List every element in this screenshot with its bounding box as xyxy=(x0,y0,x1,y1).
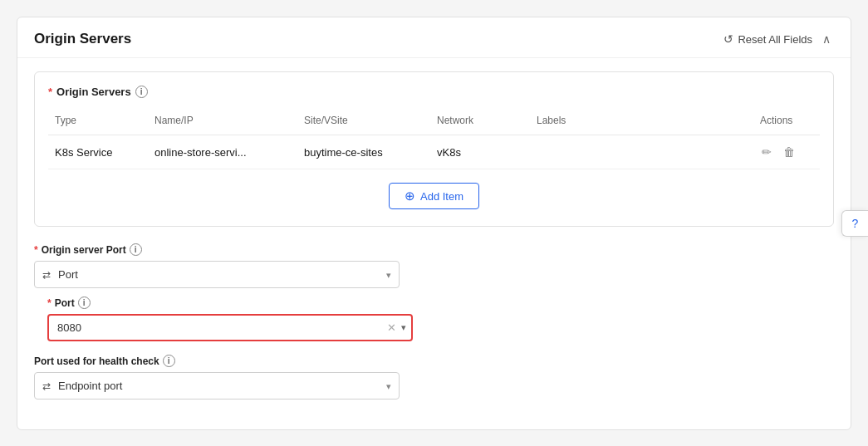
main-container: Origin Servers ↺ Reset All Fields ∧ * Or… xyxy=(17,17,851,430)
edit-button[interactable]: ✏ xyxy=(760,144,773,160)
col-header-labels: Labels xyxy=(530,110,753,135)
origin-port-title: Origin server Port xyxy=(42,244,126,256)
health-check-select-icon: ⇄ xyxy=(42,380,51,392)
origin-servers-title: Origin Servers xyxy=(56,86,131,98)
port-select-icon: ⇄ xyxy=(42,269,51,281)
cell-network: vK8s xyxy=(430,135,530,169)
table-row: K8s Service online-store-servi... buytim… xyxy=(48,135,820,169)
health-check-group: Port used for health check i ⇄ Endpoint … xyxy=(34,355,834,399)
port-clear-button[interactable]: ✕ xyxy=(387,321,396,334)
cell-actions: ✏ 🗑 xyxy=(753,135,820,169)
origin-port-info-icon[interactable]: i xyxy=(130,243,142,256)
port-info-icon[interactable]: i xyxy=(78,297,91,309)
add-item-label: Add Item xyxy=(420,190,463,203)
info-icon[interactable]: i xyxy=(135,86,148,98)
table-header-row: Type Name/IP Site/VSite Network Labels A… xyxy=(48,110,820,135)
origin-port-select-wrapper: ⇄ Port ▾ xyxy=(34,261,400,288)
help-icon: ? xyxy=(852,217,859,230)
col-header-site: Site/VSite xyxy=(297,110,430,135)
port-dropdown-button[interactable]: ▾ xyxy=(401,322,406,333)
required-star-port: * xyxy=(34,244,38,256)
port-subfield: * Port i ✕ ▾ xyxy=(47,297,834,341)
port-required-star: * xyxy=(47,297,51,309)
collapse-button[interactable]: ∧ xyxy=(819,31,834,47)
port-input[interactable] xyxy=(47,314,413,341)
add-item-row: ⊕ Add Item xyxy=(48,169,820,209)
origin-servers-section: * Origin Servers i Type Name/IP Site/VSi… xyxy=(34,71,834,227)
origin-servers-label: * Origin Servers i xyxy=(48,86,820,98)
port-input-wrap: ✕ ▾ xyxy=(47,314,413,341)
health-check-select-wrapper: ⇄ Endpoint port ▾ xyxy=(34,372,400,399)
cell-labels xyxy=(530,135,753,169)
health-check-title: Port used for health check xyxy=(34,355,159,367)
reset-all-fields-button[interactable]: ↺ Reset All Fields xyxy=(723,32,812,46)
origin-port-select[interactable]: Port xyxy=(34,261,400,288)
origin-port-label: * Origin server Port i xyxy=(34,243,834,256)
page-content: * Origin Servers i Type Name/IP Site/VSi… xyxy=(17,58,851,429)
col-header-actions: Actions xyxy=(753,110,820,135)
cell-nameip: online-store-servi... xyxy=(148,135,297,169)
health-check-select[interactable]: Endpoint port xyxy=(34,372,400,399)
delete-button[interactable]: 🗑 xyxy=(782,144,797,160)
add-item-plus-icon: ⊕ xyxy=(405,189,415,203)
reset-label: Reset All Fields xyxy=(738,33,812,46)
origins-table: Type Name/IP Site/VSite Network Labels A… xyxy=(48,110,820,169)
health-check-label: Port used for health check i xyxy=(34,355,834,367)
col-header-type: Type xyxy=(48,110,148,135)
add-item-button[interactable]: ⊕ Add Item xyxy=(389,183,479,209)
cell-site: buytime-ce-sites xyxy=(297,135,430,169)
cell-type: K8s Service xyxy=(48,135,148,169)
origin-port-group: * Origin server Port i ⇄ Port ▾ * Port i xyxy=(34,243,834,341)
page-header: Origin Servers ↺ Reset All Fields ∧ xyxy=(17,17,851,58)
help-button[interactable]: ? xyxy=(841,210,868,237)
reset-icon: ↺ xyxy=(723,32,733,46)
port-label: Port xyxy=(55,297,75,309)
page-title: Origin Servers xyxy=(34,31,131,47)
required-star: * xyxy=(48,86,52,98)
port-field-label: * Port i xyxy=(47,297,834,309)
col-header-nameip: Name/IP xyxy=(148,110,297,135)
health-check-info-icon[interactable]: i xyxy=(163,355,175,367)
col-header-network: Network xyxy=(430,110,530,135)
header-actions: ↺ Reset All Fields ∧ xyxy=(723,31,834,47)
port-input-actions: ✕ ▾ xyxy=(387,321,406,334)
